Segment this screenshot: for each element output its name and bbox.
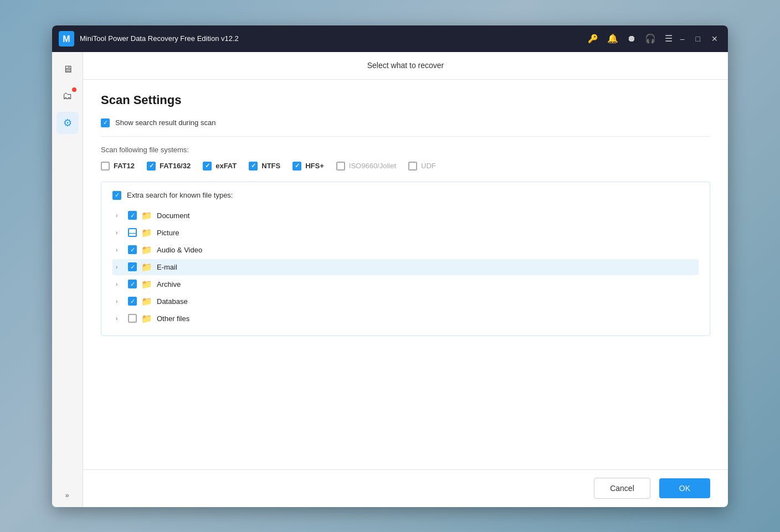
fs-iso9660-label: ISO9660/Joliet [349,162,396,170]
chevron-database: › [116,298,124,304]
fs-udf-checkbox[interactable] [408,162,417,171]
minimize-button[interactable]: – [677,32,688,45]
file-type-list: › ✓ 📁 Document › — [112,208,699,327]
fs-fat12-checkbox[interactable] [101,162,110,171]
monitor-icon: 🖥 [63,64,73,75]
file-type-document[interactable]: › ✓ 📁 Document [112,208,699,224]
fs-label: Scan following file systems: [101,146,710,154]
file-type-picture[interactable]: › — 📁 Picture [112,225,699,241]
fs-hfsplus-checkbox[interactable]: ✓ [292,162,301,171]
folder-database-icon: 📁 [141,296,152,307]
extra-search-label[interactable]: Extra search for known file types: [127,191,233,199]
chevron-archive: › [116,281,124,287]
fs-fat1632-label: FAT16/32 [160,162,191,170]
show-search-checkbox[interactable]: ✓ [101,118,110,127]
sidebar: 🖥 🗂 ⚙ » [52,52,83,507]
sidebar-item-drive[interactable]: 🗂 [57,85,79,107]
drive-icon: 🗂 [63,90,73,102]
titlebar-controls: – □ ✕ [677,32,721,45]
file-type-email[interactable]: › ✓ 📁 E-mail [112,259,699,275]
checkbox-archive[interactable]: ✓ [128,280,137,288]
cancel-button[interactable]: Cancel [594,478,650,499]
body-area: 🖥 🗂 ⚙ » Select what to recover Scan Sett… [52,52,728,507]
checkbox-database[interactable]: ✓ [128,297,137,306]
ok-button[interactable]: OK [659,478,710,498]
label-database: Database [157,297,188,306]
fs-ntfs[interactable]: ✓ NTFS [249,162,280,171]
fs-hfsplus-label: HFS+ [305,162,324,170]
folder-document-icon: 📁 [141,210,152,221]
folder-picture-icon: 📁 [141,228,152,238]
checkbox-document[interactable]: ✓ [128,211,137,220]
sidebar-item-monitor[interactable]: 🖥 [57,59,79,81]
svg-text:M: M [63,34,70,44]
fs-exfat[interactable]: ✓ exFAT [203,162,237,171]
chevron-audio-video: › [116,247,124,253]
extra-search-checkbox[interactable]: ✓ [112,191,121,200]
content-area: Scan Settings ✓ Show search result durin… [83,80,728,469]
file-systems-row: FAT12 ✓ FAT16/32 ✓ exFAT [101,162,710,171]
fs-iso9660-checkbox[interactable] [336,162,345,171]
main-window: M MiniTool Power Data Recovery Free Edit… [52,25,728,507]
sidebar-more[interactable]: » [65,491,69,499]
chevron-email: › [116,264,124,270]
chevron-document: › [116,213,124,219]
checkbox-email[interactable]: ✓ [128,262,137,271]
chevron-picture: › [116,230,124,236]
drive-badge [72,87,76,92]
maximize-button[interactable]: □ [692,32,704,45]
titlebar-icons: 🔑 🔔 ⏺ 🎧 ☰ [588,34,673,43]
page-title: Select what to recover [367,61,444,70]
file-type-audio-video[interactable]: › ✓ 📁 Audio & Video [112,242,699,258]
fs-fat12-label: FAT12 [114,162,135,170]
fs-ntfs-checkbox[interactable]: ✓ [249,162,258,171]
checkbox-other[interactable] [128,314,137,323]
folder-audio-video-icon: 📁 [141,245,152,255]
fs-exfat-label: exFAT [215,162,237,170]
headphone-icon[interactable]: 🎧 [645,34,656,43]
label-audio-video: Audio & Video [157,246,202,254]
app-logo: M [59,31,74,47]
file-type-other[interactable]: › 📁 Other files [112,311,699,327]
file-type-archive[interactable]: › ✓ 📁 Archive [112,276,699,292]
main-content: Select what to recover Scan Settings ✓ S… [83,52,728,507]
show-search-label[interactable]: Show search result during scan [115,118,215,127]
menu-icon[interactable]: ☰ [665,34,673,43]
more-icon: » [65,491,69,499]
file-type-database[interactable]: › ✓ 📁 Database [112,293,699,309]
divider-1 [101,136,710,137]
fs-fat1632[interactable]: ✓ FAT16/32 [147,162,191,171]
label-picture: Picture [157,229,179,237]
key-icon[interactable]: 🔑 [588,34,598,43]
checkbox-picture[interactable]: — [128,228,137,237]
fs-hfsplus[interactable]: ✓ HFS+ [292,162,324,171]
section-title: Scan Settings [101,93,710,107]
titlebar: M MiniTool Power Data Recovery Free Edit… [52,25,728,52]
label-email: E-mail [157,263,177,271]
settings-icon: ⚙ [63,117,72,129]
titlebar-title: MiniTool Power Data Recovery Free Editio… [80,34,588,43]
extra-search-box: ✓ Extra search for known file types: › ✓… [101,182,710,336]
extra-header: ✓ Extra search for known file types: [112,191,699,200]
fs-fat1632-checkbox[interactable]: ✓ [147,162,156,171]
folder-email-icon: 📁 [141,262,152,272]
show-search-row: ✓ Show search result during scan [101,118,710,127]
label-document: Document [157,211,189,220]
bell-icon[interactable]: 🔔 [607,34,618,43]
fs-udf[interactable]: UDF [408,162,436,171]
fs-fat12[interactable]: FAT12 [101,162,135,171]
top-header: Select what to recover [83,52,728,80]
fs-exfat-checkbox[interactable]: ✓ [203,162,212,171]
footer: Cancel OK [83,469,728,507]
sidebar-item-settings[interactable]: ⚙ [57,112,79,134]
checkbox-audio-video[interactable]: ✓ [128,245,137,254]
fs-udf-label: UDF [421,162,436,170]
folder-archive-icon: 📁 [141,279,152,290]
fs-ntfs-label: NTFS [261,162,280,170]
fs-iso9660[interactable]: ISO9660/Joliet [336,162,396,171]
record-icon[interactable]: ⏺ [627,34,636,43]
label-other: Other files [157,314,189,323]
label-archive: Archive [157,280,181,288]
close-button[interactable]: ✕ [708,32,721,45]
checkmark: ✓ [103,120,108,126]
